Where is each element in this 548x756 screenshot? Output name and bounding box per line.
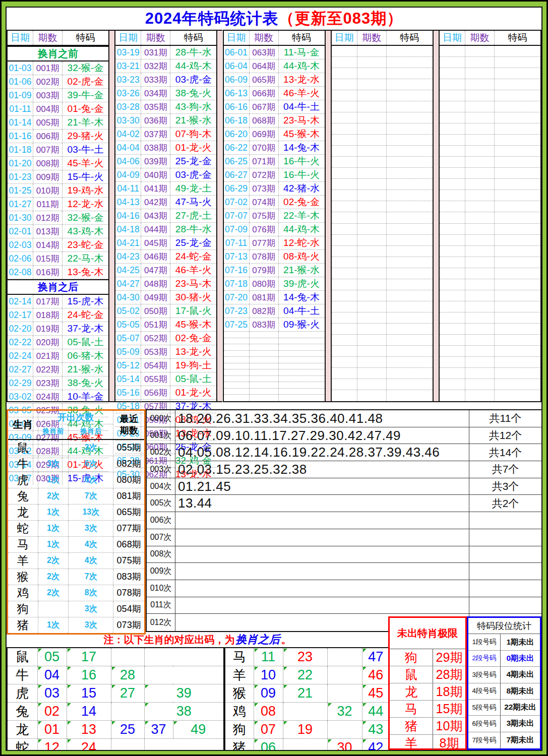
missing-zodiac-title: 未出特肖极限 [390,618,465,649]
result-date: 01-06 [8,75,33,88]
stats-recent-period: 075期 [113,552,145,569]
frequency-count: 共11个 [469,410,541,427]
stats-recent-period: 068期 [113,536,145,552]
bottom-note: 注：以下生肖的对应出码，为换肖之后。 [7,632,388,647]
result-period [465,90,495,101]
result-code: 04-牛-土 [279,304,325,318]
zodiac-name: 龙 [7,721,37,739]
result-code [495,224,540,234]
result-period: 064期 [249,59,279,73]
results-row: 06-13066期46-羊-火 [224,87,325,100]
result-code [279,338,325,344]
result-period [465,379,495,390]
zodiac-code-cell: 43 [362,721,390,739]
result-date: 04-30 [115,291,141,304]
zodiac-code-cell: 13 [67,721,111,739]
results-row: 04-25047期46-羊-火 [115,264,216,277]
result-date [224,395,249,401]
results-column-group: 日期期数特码 [439,30,541,402]
results-row [332,379,433,390]
result-code: 30-猪-火 [170,291,216,304]
result-code [387,57,433,68]
results-section-label: 换肖之前 [8,47,108,60]
segment-label: 2段号码 [468,651,501,667]
results-row: 02-06015期22-马-木 [8,252,108,266]
result-date [440,101,465,112]
zodiac-code-cell [144,648,224,666]
results-row [440,324,540,335]
result-code [495,57,540,68]
zodiac-name: 兔 [7,703,37,721]
frequency-count: 共14个 [469,444,541,461]
result-date [332,90,357,101]
results-row [332,246,433,257]
results-row: 04-13042期47-马-火 [115,196,216,209]
results-row [332,224,433,235]
results-row [332,157,433,168]
result-code [387,190,433,201]
result-code [387,301,433,312]
results-header-period: 期数 [249,31,279,45]
zodiac-code-cell: 19 [283,721,327,739]
result-period [249,369,279,375]
results-row: 05-12054期19-狗-土 [115,359,216,372]
zodiac-code-cell: 01 [37,721,67,739]
results-row [332,101,433,112]
result-code: 16-牛-火 [279,155,325,168]
result-period: 045期 [141,236,170,249]
frequency-count [469,529,541,546]
segment-value: 3期未出 [501,716,540,732]
result-date: 03-26 [115,87,141,100]
missing-zodiac-name: 狗 [390,649,433,666]
result-code [495,301,540,312]
result-period [465,212,495,223]
results-row [332,112,433,123]
zodiac-code-cell: 28 [111,666,144,684]
result-date [332,312,357,323]
results-row: 06-18068期23-马-木 [224,114,325,128]
result-code [279,344,325,350]
result-period [357,157,387,167]
result-date: 05-05 [115,318,141,331]
results-row [440,68,540,79]
stats-count-after: 4次 [69,536,113,552]
result-period: 043期 [141,209,170,222]
result-date: 05-16 [115,386,141,399]
result-date: 07-16 [224,264,249,277]
result-date [224,344,249,350]
result-date [332,79,357,90]
result-code [387,135,433,145]
result-date: 02-17 [8,308,33,322]
results-row: 04-09040期03-虎-金 [115,168,216,182]
result-code: 03-虎-金 [170,73,216,86]
stats-header-recent: 最近期数 [113,410,145,439]
stats-count-before: 1次 [38,520,69,536]
result-code [495,324,540,334]
results-row: 03-02024期10-羊-金 [8,390,108,404]
frequency-label: 005次 [147,495,175,512]
segment-label: 7段号码 [468,732,501,748]
result-period: 017期 [33,295,63,308]
frequency-numbers: 01.21.45 [175,478,469,495]
zodiac-code-cell: 03 [37,684,67,703]
result-period [465,290,495,301]
results-row: 04-23046期24-蛇-金 [115,250,216,264]
result-code: 02-虎-金 [63,75,108,88]
zodiac-code-cell: 10 [254,666,283,684]
stats-count-after: 3次 [69,520,113,536]
note-suffix: 。 [281,633,291,647]
title-main: 2024年特码统计表 [145,8,279,29]
result-period [357,224,387,234]
result-code: 01-龙-火 [170,141,216,154]
result-date [440,90,465,101]
result-period: 031期 [141,46,170,59]
result-period [357,68,387,79]
stats-count-after: 3次 [69,617,113,634]
result-date [332,123,357,134]
results-row: 01-25010期19-鸡-水 [8,184,108,198]
result-code [495,257,540,268]
zodiac-code-cell: 25 [111,721,144,739]
result-period [357,112,387,123]
results-row: 02-01013期43-鸡-木 [8,225,108,238]
result-date: 06-04 [224,59,249,73]
